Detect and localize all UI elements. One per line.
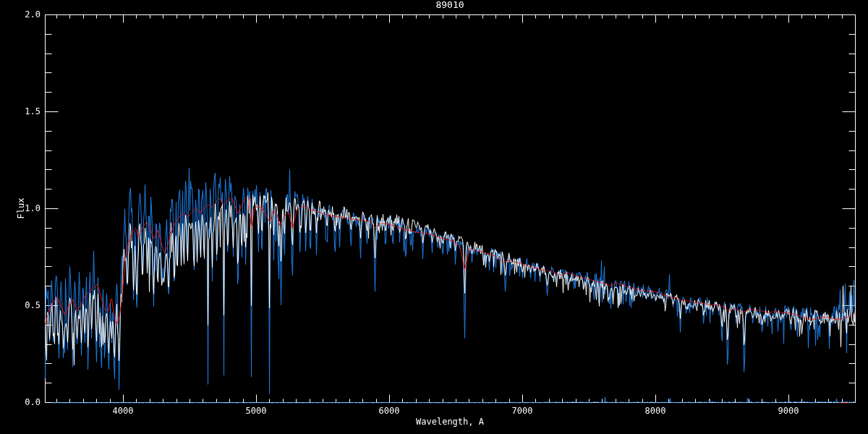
x-tick-label: 7000: [512, 407, 533, 415]
chart-title: 89010: [435, 1, 464, 9]
y-tick-label: 1.0: [16, 204, 41, 213]
y-tick-label: 0.5: [16, 301, 41, 310]
x-tick-label: 8000: [645, 407, 666, 415]
x-tick-label: 4000: [113, 407, 134, 415]
y-tick-label: 2.0: [16, 10, 41, 19]
x-tick-label: 5000: [246, 407, 267, 415]
y-tick-label: 1.5: [16, 107, 41, 116]
y-tick-label: 0.0: [16, 398, 41, 407]
x-tick-label: 9000: [778, 407, 799, 415]
x-tick-label: 6000: [379, 407, 400, 415]
x-axis-label: Wavelength, A: [416, 417, 484, 426]
spectrum-plot-canvas: [0, 0, 868, 434]
spectrum-plot-window: 89010 Wavelength, A Flux 400050006000700…: [0, 0, 868, 434]
